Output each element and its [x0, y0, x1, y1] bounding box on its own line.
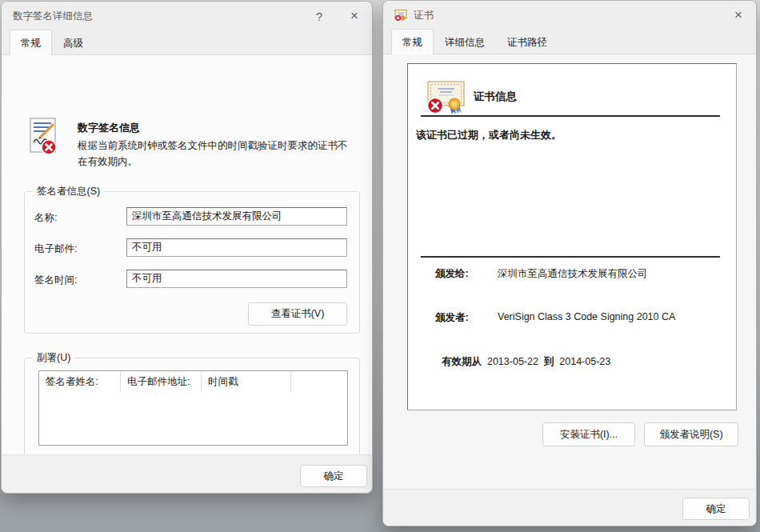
valid-from-label: 有效期从	[442, 356, 482, 367]
digital-signature-details-dialog: 数字签名详细信息 ? × 常规 高级 数字签名信息 根据当前系统时钟或签名文件中…	[1, 1, 373, 494]
certificate-info-heading: 证书信息	[474, 90, 517, 104]
right-tab-page: 证书信息 该证书已过期，或者尚未生效。 颁发给: 深圳市至高通信技术发展有限公司…	[383, 54, 756, 489]
close-icon[interactable]: ×	[721, 3, 756, 27]
countersignatures-header-row: 签名者姓名: 电子邮件地址: 时间戳	[39, 371, 347, 392]
certificate-dialog: 证书 × 常规 详细信息 证书路径 证书信息 该证书已过	[382, 0, 757, 526]
countersignatures-legend: 副署(U)	[33, 351, 74, 365]
left-tab-page: 数字签名信息 根据当前系统时钟或签名文件中的时间戳验证时要求的证书不在有效期内。…	[2, 55, 372, 454]
email-field[interactable]	[126, 238, 347, 257]
tab-general-cert[interactable]: 常规	[391, 29, 434, 54]
left-ok-button[interactable]: 确定	[300, 465, 367, 487]
name-field[interactable]	[126, 207, 347, 226]
validity-row: 有效期从 2013-05-22 到 2014-05-23	[442, 355, 610, 369]
install-certificate-button[interactable]: 安装证书(I)...	[542, 422, 635, 446]
view-certificate-button[interactable]: 查看证书(V)	[248, 302, 347, 326]
signing-time-label: 签名时间:	[34, 274, 118, 287]
tab-details[interactable]: 详细信息	[434, 30, 496, 54]
countersignatures-table[interactable]: 签名者姓名: 电子邮件地址: 时间戳	[38, 370, 348, 446]
divider	[421, 256, 720, 258]
col-timestamp[interactable]: 时间戳	[202, 371, 291, 392]
valid-to-date: 2014-05-23	[559, 356, 610, 367]
close-icon[interactable]: ×	[337, 4, 372, 28]
certificate-icon	[426, 80, 466, 115]
right-tabstrip: 常规 详细信息 证书路径	[383, 30, 756, 54]
divider	[421, 115, 720, 117]
col-email-address[interactable]: 电子邮件地址:	[121, 371, 202, 392]
issued-to-label: 颁发给:	[435, 267, 498, 281]
signer-info-legend: 签名者信息(S)	[33, 185, 104, 198]
signature-info-description: 根据当前系统时钟或签名文件中的时间戳验证时要求的证书不在有效期内。	[78, 138, 356, 170]
signer-info-group: 签名者信息(S) 名称: 电子邮件: 签名时间: 查看证书(V)	[24, 191, 360, 334]
left-titlebar: 数字签名详细信息 ? ×	[2, 2, 372, 30]
email-label: 电子邮件:	[34, 242, 118, 256]
tab-advanced[interactable]: 高级	[52, 31, 94, 55]
issued-to-row: 颁发给: 深圳市至高通信技术发展有限公司	[435, 267, 648, 281]
left-footer: 确定	[2, 454, 372, 493]
valid-to-label: 到	[544, 356, 554, 367]
tab-general[interactable]: 常规	[10, 30, 52, 55]
signature-info-heading: 数字签名信息	[78, 121, 140, 135]
certificate-status-text: 该证书已过期，或者尚未生效。	[416, 128, 562, 142]
issued-by-row: 颁发者: VeriSign Class 3 Code Signing 2010 …	[435, 311, 675, 325]
right-footer: 确定	[383, 489, 756, 526]
digital-signature-icon	[27, 118, 61, 156]
tab-certification-path[interactable]: 证书路径	[496, 30, 558, 54]
right-dialog-title: 证书	[414, 9, 434, 22]
help-icon[interactable]: ?	[302, 4, 337, 28]
left-tabstrip: 常规 高级	[2, 30, 372, 55]
issued-by-label: 颁发者:	[435, 311, 498, 325]
issued-to-value: 深圳市至高通信技术发展有限公司	[498, 267, 648, 281]
left-dialog-title: 数字签名详细信息	[13, 10, 93, 23]
issuer-statement-button[interactable]: 颁发者说明(S)	[644, 422, 738, 446]
certificate-small-icon	[394, 9, 407, 22]
name-label: 名称:	[34, 211, 118, 225]
valid-from-date: 2013-05-22	[487, 356, 538, 367]
right-ok-button[interactable]: 确定	[682, 498, 750, 520]
signing-time-field[interactable]	[126, 270, 347, 288]
issued-by-value: VeriSign Class 3 Code Signing 2010 CA	[498, 311, 675, 325]
right-titlebar: 证书 ×	[383, 1, 756, 30]
certificate-info-panel: 证书信息 该证书已过期，或者尚未生效。 颁发给: 深圳市至高通信技术发展有限公司…	[407, 63, 737, 410]
col-signer-name[interactable]: 签名者姓名:	[39, 371, 121, 392]
